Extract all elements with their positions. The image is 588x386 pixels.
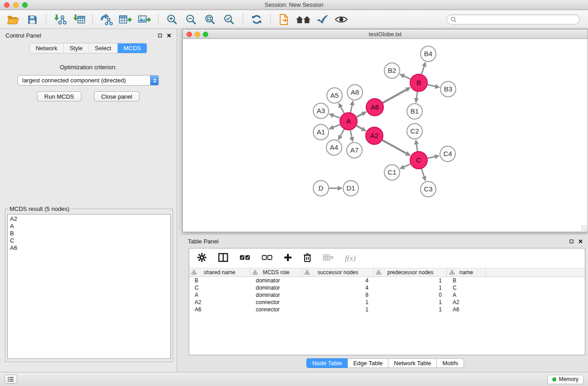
network-node-A[interactable]: A (340, 113, 357, 130)
network-edge[interactable] (400, 164, 411, 168)
column-header-name[interactable]: name (447, 268, 486, 276)
network-node-A3[interactable]: A3 (313, 103, 329, 119)
close-window-button[interactable] (4, 2, 10, 8)
export-network-button[interactable] (98, 12, 115, 27)
home-button[interactable] (295, 12, 312, 27)
network-node-A5[interactable]: A5 (327, 88, 342, 103)
network-edge[interactable] (339, 104, 344, 114)
memory-button[interactable]: Memory (547, 375, 583, 384)
export-image-button[interactable] (136, 12, 153, 27)
search-box[interactable] (446, 14, 580, 24)
close-network-window-button[interactable] (186, 32, 192, 37)
network-node-C1[interactable]: C1 (384, 165, 400, 180)
network-node-D1[interactable]: D1 (343, 181, 359, 196)
optimization-criterion-select[interactable]: largest connected component (directed) (18, 75, 159, 86)
mcds-result-item[interactable]: A2 (10, 215, 168, 223)
show-columns-button[interactable] (218, 253, 228, 264)
network-node-A2[interactable]: A2 (366, 127, 383, 144)
search-input[interactable] (459, 16, 576, 23)
export-table-button[interactable] (117, 12, 134, 27)
zoom-network-window-button[interactable] (203, 32, 208, 37)
minimize-network-window-button[interactable] (195, 32, 200, 37)
network-node-A6[interactable]: A6 (366, 99, 383, 116)
zoom-out-button[interactable] (182, 12, 200, 27)
network-node-C2[interactable]: C2 (407, 124, 422, 139)
table-row[interactable]: Adominator80A (189, 291, 585, 299)
tab-motifs[interactable]: Motifs (437, 358, 464, 368)
style-check-button[interactable] (314, 12, 331, 27)
close-panel-icon[interactable] (578, 239, 583, 243)
network-node-B4[interactable]: B4 (421, 46, 436, 62)
network-edge[interactable] (350, 101, 353, 113)
network-node-C3[interactable]: C3 (421, 181, 436, 197)
network-node-B3[interactable]: B3 (440, 81, 456, 97)
show-graphics-button[interactable] (333, 12, 350, 27)
network-edge[interactable] (428, 156, 439, 158)
table-row[interactable]: A2connector11A2 (189, 299, 585, 306)
network-window-titlebar[interactable]: testGlobe.txt (182, 29, 588, 39)
float-panel-icon[interactable] (569, 239, 574, 243)
network-edge[interactable] (400, 74, 411, 79)
table-settings-button[interactable] (197, 253, 207, 264)
import-table-button[interactable] (70, 12, 87, 27)
mcds-result-item[interactable]: C (10, 237, 168, 244)
network-edge[interactable] (357, 112, 366, 117)
tab-style[interactable]: Style (63, 43, 89, 53)
column-header-predecessor-nodes[interactable]: predecessor nodes (374, 268, 447, 276)
network-node-D[interactable]: D (313, 181, 329, 196)
zoom-fit-button[interactable] (201, 12, 219, 27)
mcds-result-item[interactable]: A (10, 223, 168, 230)
save-session-button[interactable] (24, 12, 41, 27)
network-node-C4[interactable]: C4 (440, 146, 455, 162)
add-row-button[interactable] (284, 253, 292, 263)
tab-node-table[interactable]: Node Table (306, 358, 348, 368)
zoom-in-button[interactable] (163, 12, 181, 27)
deselect-all-button[interactable] (262, 254, 272, 262)
clear-table-button[interactable] (323, 254, 334, 263)
close-panel-button[interactable]: Close panel (94, 91, 140, 101)
table-row[interactable]: Bdominator41B (189, 277, 585, 284)
network-node-A4[interactable]: A4 (326, 140, 342, 155)
network-node-A8[interactable]: A8 (347, 85, 363, 100)
export-document-button[interactable] (276, 12, 293, 27)
minimize-window-button[interactable] (13, 2, 19, 8)
delete-row-button[interactable] (303, 253, 311, 264)
column-header-successor-nodes[interactable]: successor nodes (302, 268, 374, 276)
column-header-mcds-role[interactable]: MCDS role (250, 268, 302, 276)
network-canvas[interactable]: B4B2BB3A8A5A6A3B1AC2A1A2A4A7C4CC1DD1C3 (182, 39, 588, 232)
select-all-button[interactable] (239, 254, 250, 262)
network-edge[interactable] (350, 130, 353, 142)
tab-select[interactable]: Select (89, 43, 117, 53)
network-node-A1[interactable]: A1 (313, 124, 329, 140)
network-edge[interactable] (330, 114, 340, 118)
table-row[interactable]: A6connector11A6 (189, 306, 585, 313)
tab-network-table[interactable]: Network Table (388, 358, 437, 368)
network-node-A7[interactable]: A7 (347, 143, 362, 158)
mcds-result-list[interactable]: A2ABCA6 (7, 214, 171, 359)
run-mcds-button[interactable]: Run MCDS (37, 91, 81, 101)
tab-edge-table[interactable]: Edge Table (348, 358, 388, 368)
network-edge[interactable] (421, 62, 425, 74)
network-edge[interactable] (382, 140, 410, 156)
column-header-shared-name[interactable]: shared name (189, 268, 250, 276)
network-edge[interactable] (428, 85, 440, 87)
mcds-result-item[interactable]: A6 (10, 244, 168, 252)
tab-mcds[interactable]: MCDS (117, 43, 147, 53)
network-edge[interactable] (339, 129, 344, 140)
float-panel-icon[interactable] (158, 33, 162, 38)
mcds-result-item[interactable]: B (10, 230, 168, 237)
tab-network[interactable]: Network (30, 43, 63, 53)
network-node-B1[interactable]: B1 (407, 104, 422, 119)
network-edge[interactable] (382, 88, 410, 103)
table-row[interactable]: Cdominator41C (189, 284, 585, 291)
network-edge[interactable] (416, 92, 417, 102)
function-builder-button[interactable]: f(x) (345, 254, 356, 263)
resize-grip[interactable] (581, 225, 587, 231)
network-edge[interactable] (421, 169, 425, 181)
network-node-B[interactable]: B (410, 74, 427, 91)
network-edge[interactable] (356, 126, 365, 131)
network-node-C[interactable]: C (410, 152, 427, 169)
task-history-button[interactable] (5, 375, 17, 384)
import-network-button[interactable] (51, 12, 68, 27)
close-panel-icon[interactable] (167, 33, 171, 38)
